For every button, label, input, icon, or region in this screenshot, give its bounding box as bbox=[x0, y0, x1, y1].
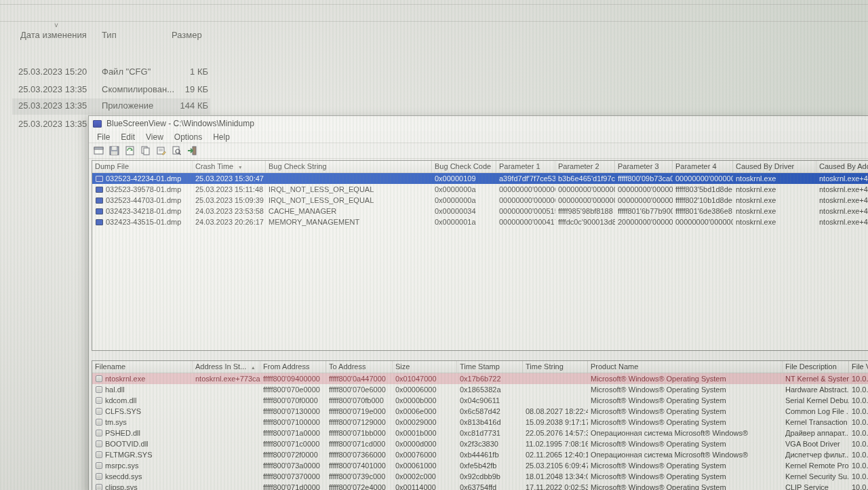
column-header[interactable]: File Description bbox=[783, 361, 849, 373]
save-icon[interactable] bbox=[108, 145, 120, 157]
cell: ntoskrnl.exe+773ca0 bbox=[193, 375, 260, 383]
menu-help[interactable]: Help bbox=[208, 132, 235, 142]
cell: fffff802'10b1d8de bbox=[673, 196, 733, 204]
column-header[interactable]: Product Name bbox=[588, 361, 783, 373]
cell: 00000000'000000... bbox=[615, 185, 673, 193]
title-bar[interactable]: BlueScreenView - C:\Windows\Minidump bbox=[89, 116, 868, 131]
cell: 0x0006e000 bbox=[393, 407, 457, 415]
cell: 02.11.2065 12:40:11 bbox=[523, 451, 588, 459]
column-header-type[interactable]: Тип bbox=[102, 30, 117, 40]
column-header-size[interactable]: Размер bbox=[172, 30, 202, 40]
column-header[interactable]: Caused By Address bbox=[816, 161, 868, 172]
column-header[interactable]: Parameter 3 bbox=[615, 161, 673, 172]
exit-icon[interactable] bbox=[186, 145, 198, 157]
module-file-icon bbox=[96, 386, 102, 393]
cell: a39fd7df'7f7ce53f bbox=[496, 174, 555, 183]
cell: 0x813b416d bbox=[457, 418, 523, 426]
cell: Операционная система Microsoft® Windows® bbox=[588, 429, 783, 437]
cell: 10.0.22 bbox=[849, 483, 868, 490]
cell: Kernel Remote Pro... bbox=[783, 461, 849, 470]
cell: fffff800'07130000 bbox=[260, 407, 326, 415]
module-file-icon bbox=[96, 375, 102, 382]
column-header[interactable]: Dump File bbox=[92, 161, 193, 172]
cell: 0x17b6b722 bbox=[457, 375, 523, 383]
driver-module-row[interactable]: msrpc.sysfffff800'073a0000fffff800'07401… bbox=[92, 460, 868, 471]
column-header-date-modified[interactable]: ˅ Дата изменения bbox=[20, 30, 87, 40]
cell: clipsp.sys bbox=[92, 483, 193, 490]
column-header[interactable]: Address In St...▴ bbox=[193, 361, 260, 373]
cell: 10.0.2 bbox=[849, 440, 868, 448]
cell: fffff800'072e4000 bbox=[326, 483, 393, 490]
column-header[interactable]: Filename bbox=[92, 361, 193, 373]
column-header[interactable]: Size bbox=[393, 361, 457, 373]
cell: fffff800'072f0000 bbox=[260, 451, 326, 459]
cell: 0x0002c000 bbox=[393, 472, 457, 480]
explorer-file-row-highlighted[interactable]: 25.03.2023 13:35 Приложение 144 КБ bbox=[12, 98, 210, 115]
list-header: Dump FileCrash Time▾Bug Check StringBug … bbox=[92, 161, 868, 173]
driver-module-row[interactable]: hal.dllfffff800'070e0000fffff800'070e600… bbox=[92, 384, 868, 395]
dump-file-row[interactable]: 032523-39578-01.dmp25.03.2023 15:11:48IR… bbox=[92, 184, 868, 195]
cell: 032423-34218-01.dmp bbox=[92, 207, 193, 215]
dump-file-row[interactable]: 032523-44703-01.dmp25.03.2023 15:09:39IR… bbox=[92, 195, 868, 206]
cell: Kernel Security Su... bbox=[783, 472, 849, 480]
driver-module-row[interactable]: ksecdd.sysfffff800'07370000fffff800'0739… bbox=[92, 471, 868, 482]
cell: fffff800'07366000 bbox=[326, 451, 393, 459]
cell: ntoskrnl.exe bbox=[733, 185, 816, 193]
column-header[interactable]: File V bbox=[849, 361, 868, 373]
module-file-icon bbox=[96, 408, 102, 415]
driver-module-row[interactable]: FLTMGR.SYSfffff800'072f0000fffff800'0736… bbox=[92, 449, 868, 460]
cell: 00000000'000000... bbox=[673, 218, 733, 226]
menu-file[interactable]: File bbox=[92, 132, 115, 142]
divider bbox=[0, 4, 868, 5]
cell: 0x0001b000 bbox=[393, 429, 457, 437]
cell: 24.03.2023 20:26:17 bbox=[193, 218, 266, 226]
driver-module-row[interactable]: CLFS.SYSfffff800'07130000fffff800'0719e0… bbox=[92, 406, 868, 417]
driver-module-row[interactable]: tm.sysfffff800'07100000fffff800'07129000… bbox=[92, 417, 868, 428]
cell: Microsoft® Windows® Operating System bbox=[588, 483, 783, 490]
cell: 10.0.2 bbox=[849, 429, 868, 437]
column-header[interactable]: Time String bbox=[523, 361, 588, 373]
dump-file-row[interactable]: 032423-43515-01.dmp24.03.2023 20:26:17ME… bbox=[92, 216, 868, 227]
driver-module-row[interactable]: ntoskrnl.exentoskrnl.exe+773ca0fffff800'… bbox=[92, 373, 868, 384]
column-header[interactable]: From Address bbox=[260, 361, 326, 373]
column-header[interactable]: Caused By Driver bbox=[733, 161, 816, 172]
menu-view[interactable]: View bbox=[140, 132, 169, 142]
cell: 032523-39578-01.dmp bbox=[92, 185, 193, 193]
column-header[interactable]: Time Stamp bbox=[457, 361, 523, 373]
refresh-icon[interactable] bbox=[123, 145, 136, 157]
copy-icon[interactable] bbox=[139, 145, 151, 157]
dump-file-row[interactable]: 032423-34218-01.dmp24.03.2023 23:53:58CA… bbox=[92, 206, 868, 216]
menu-options[interactable]: Options bbox=[169, 132, 208, 142]
cell: ntoskrnl.exe bbox=[733, 218, 816, 226]
column-header[interactable]: Parameter 1 bbox=[496, 161, 555, 172]
driver-module-row[interactable]: kdcom.dllfffff800'070f0000fffff800'070fb… bbox=[92, 395, 868, 406]
sort-chevron-icon: ˅ bbox=[54, 22, 58, 29]
cell: 10.0.22 bbox=[849, 451, 868, 459]
driver-module-row[interactable]: PSHED.dllfffff800'071a0000fffff800'071bb… bbox=[92, 428, 868, 438]
dump-file-row[interactable]: 032523-42234-01.dmp25.03.2023 15:30:470x… bbox=[92, 173, 868, 184]
cell: 25.03.2105 6:09:47 bbox=[523, 461, 588, 470]
column-header[interactable]: Parameter 2 bbox=[555, 161, 615, 172]
driver-module-row[interactable]: clipsp.sysfffff800'071d0000fffff800'072e… bbox=[92, 482, 868, 490]
dump-file-icon bbox=[96, 219, 103, 225]
driver-module-row[interactable]: BOOTVID.dllfffff800'071c0000fffff800'071… bbox=[92, 438, 868, 449]
cell: VGA Boot Driver bbox=[783, 440, 849, 448]
cell: 00000000'000515... bbox=[496, 207, 555, 215]
column-header[interactable]: To Address bbox=[326, 361, 393, 373]
column-header[interactable]: Bug Check String bbox=[266, 161, 432, 172]
find-icon[interactable] bbox=[170, 145, 182, 157]
column-header[interactable]: Crash Time▾ bbox=[193, 161, 266, 172]
menu-edit[interactable]: Edit bbox=[115, 132, 140, 142]
module-file-icon bbox=[96, 451, 102, 458]
column-header[interactable]: Parameter 4 bbox=[673, 161, 733, 172]
cell: 10.0.22 bbox=[849, 461, 868, 470]
properties-icon[interactable] bbox=[155, 145, 167, 157]
dump-properties-icon[interactable] bbox=[92, 145, 104, 157]
cell: ntoskrnl.exe bbox=[733, 174, 816, 183]
explorer-file-row[interactable]: 25.03.2023 15:20 Файл "CFG" 1 КБ bbox=[0, 64, 224, 81]
column-header[interactable]: Bug Check Code bbox=[432, 161, 496, 172]
explorer-file-row[interactable]: 25.03.2023 13:35 Скомпилирован... 19 КБ bbox=[0, 82, 224, 98]
cell: 00000000'000000... bbox=[496, 196, 555, 204]
cell: ntoskrnl.exe bbox=[733, 207, 816, 215]
cell: 0xfe5b42fb bbox=[457, 461, 523, 470]
